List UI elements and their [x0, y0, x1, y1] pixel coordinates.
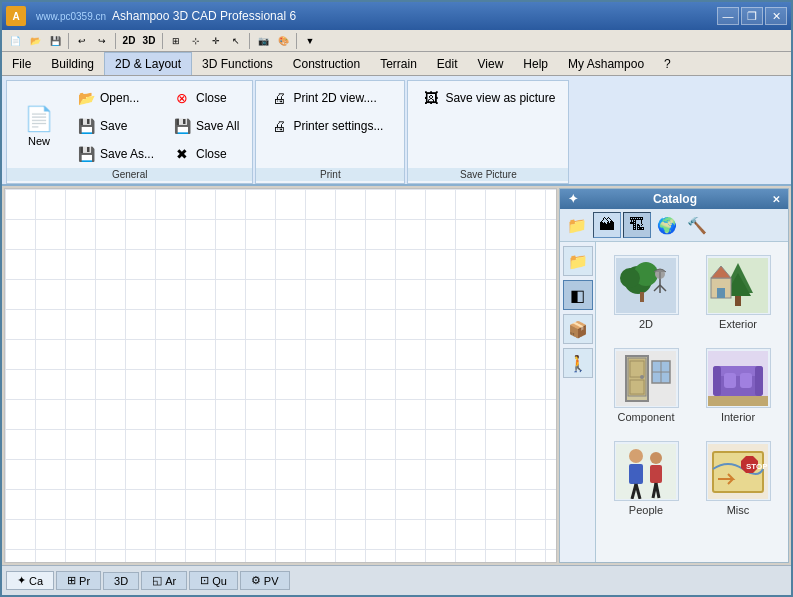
ribbon-save-all-button[interactable]: 💾 Save All	[167, 113, 244, 139]
menu-edit[interactable]: Edit	[427, 52, 468, 75]
svg-text:STOP: STOP	[746, 462, 768, 471]
menu-view[interactable]: View	[468, 52, 514, 75]
menu-bar: File Building 2D & Layout 3D Functions C…	[2, 52, 791, 76]
catalog-left-sidebar: 📁 ◧ 📦 🚶	[560, 242, 596, 562]
canvas-grid	[5, 189, 556, 562]
svg-rect-30	[755, 366, 763, 396]
close-icon: ✖	[172, 144, 192, 164]
menu-3d-functions[interactable]: 3D Functions	[192, 52, 283, 75]
minimize-button[interactable]: —	[717, 7, 739, 25]
status-tab-pv-icon: ⚙	[251, 574, 261, 587]
catalog-item-component-img	[614, 348, 679, 408]
toolbar-camera-icon[interactable]: 📷	[254, 32, 272, 50]
catalog-close-icon[interactable]: ✕	[772, 194, 780, 205]
catalog-item-interior-img	[706, 348, 771, 408]
cat-side-box-btn[interactable]: 📦	[563, 314, 593, 344]
status-tab-quantity[interactable]: ⊡ Qu	[189, 571, 238, 590]
catalog-item-misc-img: STOP	[706, 441, 771, 501]
menu-2d-layout[interactable]: 2D & Layout	[104, 52, 192, 75]
status-tab-properties[interactable]: ⊞ Pr	[56, 571, 101, 590]
window-controls: — ❐ ✕	[717, 7, 787, 25]
cat-toolbar-tool-btn[interactable]: 🔨	[683, 212, 711, 238]
menu-terrain[interactable]: Terrain	[370, 52, 427, 75]
toolbar-dropdown-icon[interactable]: ▼	[301, 32, 319, 50]
ribbon-printer-settings-button[interactable]: 🖨 Printer settings...	[264, 113, 396, 139]
cat-toolbar-folder-btn[interactable]: 📁	[563, 212, 591, 238]
svg-point-39	[650, 452, 662, 464]
toolbar-grid-icon[interactable]: ⊞	[167, 32, 185, 50]
status-tab-3d-label: 3D	[114, 575, 128, 587]
save-all-icon: 💾	[172, 116, 192, 136]
toolbar-open-icon[interactable]: 📂	[26, 32, 44, 50]
toolbar-new-icon[interactable]: 📄	[6, 32, 24, 50]
svg-rect-40	[650, 465, 662, 483]
svg-rect-31	[724, 373, 736, 388]
cat-toolbar-building-btn[interactable]: 🏗	[623, 212, 651, 238]
catalog-item-2d[interactable]: 2D	[604, 250, 688, 335]
cat-side-2d-btn[interactable]: ◧	[563, 280, 593, 310]
status-tab-area-icon: ◱	[152, 574, 162, 587]
status-tab-quantity-icon: ⊡	[200, 574, 209, 587]
save-as-icon: 💾	[76, 144, 96, 164]
toolbar-sep-1	[68, 33, 69, 49]
status-tab-area[interactable]: ◱ Ar	[141, 571, 187, 590]
toolbar-sep-5	[296, 33, 297, 49]
toolbar-save-icon[interactable]: 💾	[46, 32, 64, 50]
ribbon-save-button[interactable]: 💾 Save	[71, 113, 159, 139]
menu-my-ashampoo[interactable]: My Ashampoo	[558, 52, 654, 75]
title-bar-left: A www.pc0359.cn Ashampoo 3D CAD Professi…	[6, 6, 296, 26]
catalog-item-misc[interactable]: STOP Misc	[696, 436, 780, 521]
status-tab-3d[interactable]: 3D	[103, 572, 139, 590]
toolbar-render-icon[interactable]: 🎨	[274, 32, 292, 50]
content-area: ✦ Catalog ✕ 📁 🏔 🏗 🌍 🔨 📁 ◧ 📦 🚶	[2, 186, 791, 565]
restore-button[interactable]: ❐	[741, 7, 763, 25]
close-button[interactable]: ✕	[765, 7, 787, 25]
ribbon-print-2d-button[interactable]: 🖨 Print 2D view....	[264, 85, 396, 111]
catalog-item-exterior[interactable]: Exterior	[696, 250, 780, 335]
catalog-item-people[interactable]: People	[604, 436, 688, 521]
ribbon-save-as-button[interactable]: 💾 Save As...	[71, 141, 159, 167]
ribbon-close-button[interactable]: ✖ Close	[167, 141, 244, 167]
ribbon-save-view-button[interactable]: 🖼 Save view as picture	[416, 85, 560, 111]
status-tab-properties-label: Pr	[79, 575, 90, 587]
canvas-area[interactable]	[4, 188, 557, 563]
menu-question[interactable]: ?	[654, 52, 681, 75]
status-tab-catalog[interactable]: ✦ Ca	[6, 571, 54, 590]
ribbon-exit-button[interactable]: ⊗ Close	[167, 85, 244, 111]
ribbon-save-picture-label: Save Picture	[408, 168, 568, 181]
status-tab-catalog-label: Ca	[29, 575, 43, 587]
catalog-grid: 2D	[604, 250, 780, 521]
title-bar: A www.pc0359.cn Ashampoo 3D CAD Professi…	[2, 2, 791, 30]
cat-toolbar-terrain-btn[interactable]: 🏔	[593, 212, 621, 238]
cat-toolbar-globe-btn[interactable]: 🌍	[653, 212, 681, 238]
ribbon-group-print: 🖨 Print 2D view.... 🖨 Printer settings..…	[255, 80, 405, 184]
catalog-item-2d-img	[614, 255, 679, 315]
menu-construction[interactable]: Construction	[283, 52, 370, 75]
toolbar-select-icon[interactable]: ⊹	[187, 32, 205, 50]
app-window: A www.pc0359.cn Ashampoo 3D CAD Professi…	[0, 0, 793, 597]
status-bar: ✦ Ca ⊞ Pr 3D ◱ Ar ⊡ Qu ⚙ PV	[2, 565, 791, 595]
catalog-item-interior[interactable]: Interior	[696, 343, 780, 428]
toolbar-move-icon[interactable]: ✛	[207, 32, 225, 50]
toolbar-3d-icon[interactable]: 3D	[140, 32, 158, 50]
svg-rect-33	[708, 396, 768, 406]
toolbar-cursor-icon[interactable]: ↖	[227, 32, 245, 50]
svg-rect-44	[713, 452, 763, 492]
menu-building[interactable]: Building	[41, 52, 104, 75]
menu-help[interactable]: Help	[513, 52, 558, 75]
cat-side-folder-btn[interactable]: 📁	[563, 246, 593, 276]
status-tab-pv[interactable]: ⚙ PV	[240, 571, 290, 590]
new-icon: 📄	[24, 105, 54, 133]
app-logo: A	[6, 6, 26, 26]
menu-file[interactable]: File	[2, 52, 41, 75]
catalog-item-component[interactable]: Component	[604, 343, 688, 428]
ribbon-open-button[interactable]: 📂 Open...	[71, 85, 159, 111]
ribbon-new-button[interactable]: 📄 New	[15, 85, 63, 167]
catalog-title-text: Catalog	[653, 192, 697, 206]
toolbar-2d-icon[interactable]: 2D	[120, 32, 138, 50]
save-icon: 💾	[76, 116, 96, 136]
toolbar-undo-icon[interactable]: ↩	[73, 32, 91, 50]
toolbar-redo-icon[interactable]: ↪	[93, 32, 111, 50]
cat-side-person-btn[interactable]: 🚶	[563, 348, 593, 378]
open-icon: 📂	[76, 88, 96, 108]
